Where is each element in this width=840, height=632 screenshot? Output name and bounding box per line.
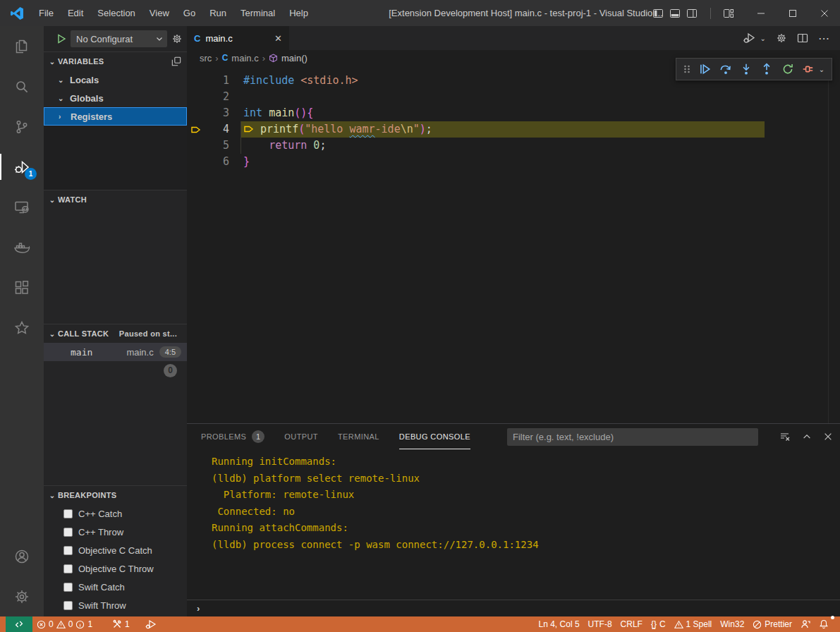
clear-console-icon[interactable] — [779, 431, 791, 442]
cursor-position[interactable]: Ln 4, Col 5 — [535, 616, 584, 632]
breakpoint-row[interactable]: Swift Throw — [44, 596, 187, 614]
problems-status[interactable]: 0 0 1 — [32, 616, 97, 632]
paused-breakpoint-arrow-icon[interactable] — [187, 121, 205, 138]
code-editor[interactable]: 1#include <stdio.h>23int main(){4printf(… — [187, 66, 840, 423]
restart-icon[interactable] — [781, 63, 794, 75]
breakpoint-checkbox[interactable] — [63, 546, 73, 555]
run-and-debug-icon[interactable]: 1 — [0, 147, 44, 187]
feedback-person-icon[interactable] — [796, 616, 815, 632]
notifications-bell-icon[interactable] — [815, 616, 833, 632]
breakpoint-row[interactable]: Swift Catch — [44, 578, 187, 596]
maximize-panel-icon[interactable] — [802, 432, 812, 442]
customize-layout-icon[interactable] — [718, 0, 739, 26]
breadcrumb-symbol[interactable]: main() — [281, 53, 308, 63]
toggle-sidebar-icon[interactable] — [652, 8, 664, 19]
breakpoint-row[interactable]: C++ Catch — [44, 504, 187, 523]
breakpoint-checkbox[interactable] — [63, 509, 73, 518]
debug-console-output[interactable]: Running initCommands:(lldb) platform sel… — [187, 449, 840, 600]
menu-item[interactable]: Go — [176, 0, 202, 26]
call-stack-header[interactable]: ⌄ CALL STACK Paused on st... — [44, 324, 187, 343]
breadcrumb-folder[interactable]: src — [200, 53, 212, 63]
breakpoint-row[interactable]: C++ Throw — [44, 523, 187, 541]
tab-output[interactable]: OUTPUT — [284, 424, 318, 449]
docker-icon[interactable] — [0, 227, 44, 267]
explorer-icon[interactable] — [0, 26, 44, 66]
platform-indicator[interactable]: Win32 — [716, 616, 748, 632]
toggle-panel-icon[interactable] — [669, 8, 681, 19]
source-control-icon[interactable] — [0, 107, 44, 147]
more-actions-icon[interactable]: ⋯ — [818, 32, 830, 45]
breadcrumb-file[interactable]: main.c — [231, 53, 258, 63]
code-line-2[interactable]: 2 — [187, 89, 840, 105]
chevron-down-icon[interactable]: ⌄ — [760, 35, 766, 42]
glyph-margin[interactable] — [187, 154, 205, 170]
search-icon[interactable] — [0, 66, 44, 107]
remote-indicator[interactable] — [6, 616, 32, 632]
tab-terminal[interactable]: TERMINAL — [338, 424, 379, 449]
variables-header[interactable]: ⌄ VARIABLES — [44, 52, 187, 71]
tab-problems[interactable]: PROBLEMS 1 — [201, 424, 264, 449]
start-debug-icon[interactable] — [56, 34, 66, 44]
gear-icon[interactable] — [776, 32, 787, 44]
glyph-margin[interactable] — [187, 105, 205, 121]
run-or-debug-icon[interactable] — [743, 32, 756, 44]
menu-item[interactable]: Selection — [90, 0, 142, 26]
toolbar-grip-icon[interactable] — [683, 63, 690, 75]
spell-checker-status[interactable]: 1 Spell — [670, 616, 717, 632]
variables-item-globals[interactable]: ⌄ Globals — [44, 89, 187, 107]
language-mode[interactable]: {̱} C — [647, 616, 670, 632]
tab-debug-console[interactable]: DEBUG CONSOLE — [399, 424, 470, 449]
formatter-status[interactable]: Prettier — [748, 616, 796, 632]
copy-icon[interactable] — [171, 56, 181, 66]
menu-item[interactable]: Terminal — [233, 0, 282, 26]
console-filter-input[interactable] — [507, 428, 758, 446]
step-into-icon[interactable] — [740, 63, 753, 75]
close-panel-icon[interactable] — [823, 432, 833, 442]
chevron-down-icon[interactable]: ⌄ — [819, 66, 824, 73]
debug-console-input[interactable]: › — [187, 600, 840, 616]
minimize-button[interactable] — [745, 0, 777, 26]
menu-item[interactable]: File — [32, 0, 61, 26]
breakpoint-row[interactable]: Objective C Throw — [44, 559, 187, 578]
menu-item[interactable]: Edit — [61, 0, 90, 26]
code-line-4[interactable]: 4printf("hello wamr-ide\n"); — [187, 121, 840, 138]
variables-item-registers[interactable]: › Registers — [44, 107, 187, 126]
breakpoint-checkbox[interactable] — [63, 583, 73, 592]
step-over-icon[interactable] — [719, 63, 732, 75]
breakpoint-row[interactable]: Objective C Catch — [44, 541, 187, 559]
tab-main-c[interactable]: C main.c ✕ — [187, 26, 289, 50]
disconnect-icon[interactable] — [802, 63, 815, 75]
debug-settings-gear-icon[interactable] — [171, 33, 183, 44]
menu-item[interactable]: Help — [282, 0, 315, 26]
code-line-5[interactable]: 5 return 0; — [187, 138, 840, 154]
extensions-icon[interactable] — [0, 267, 44, 308]
toggle-secondary-sidebar-icon[interactable] — [686, 8, 698, 19]
menu-item[interactable]: View — [142, 0, 176, 26]
breakpoint-checkbox[interactable] — [63, 601, 73, 610]
close-tab-icon[interactable]: ✕ — [274, 33, 282, 44]
eol-indicator[interactable]: CRLF — [616, 616, 647, 632]
step-out-icon[interactable] — [760, 63, 773, 75]
breakpoints-header[interactable]: ⌄ BREAKPOINTS — [44, 486, 187, 504]
remote-explorer-icon[interactable] — [0, 187, 44, 227]
stack-frame-row[interactable]: main main.c 4:5 — [44, 343, 187, 361]
watch-header[interactable]: ⌄ WATCH — [44, 190, 187, 209]
continue-icon[interactable] — [698, 63, 711, 75]
encoding-indicator[interactable]: UTF-8 — [584, 616, 616, 632]
close-window-button[interactable] — [808, 0, 840, 26]
debug-status-icon[interactable] — [141, 616, 161, 632]
glyph-margin[interactable] — [187, 73, 205, 89]
toolchain-status[interactable]: 1 — [108, 616, 134, 632]
variables-item-locals[interactable]: ⌄ Locals — [44, 71, 187, 89]
glyph-margin[interactable] — [187, 89, 205, 105]
split-editor-icon[interactable] — [797, 32, 808, 44]
glyph-margin[interactable] — [187, 138, 205, 154]
code-line-3[interactable]: 3int main(){ — [187, 105, 840, 121]
code-line-6[interactable]: 6} — [187, 154, 840, 170]
overview-ruler[interactable] — [828, 66, 829, 423]
accounts-icon[interactable] — [0, 536, 44, 576]
menu-item[interactable]: Run — [202, 0, 233, 26]
settings-gear-icon[interactable] — [0, 576, 44, 616]
breakpoint-checkbox[interactable] — [63, 528, 73, 537]
star-icon[interactable] — [0, 308, 44, 348]
